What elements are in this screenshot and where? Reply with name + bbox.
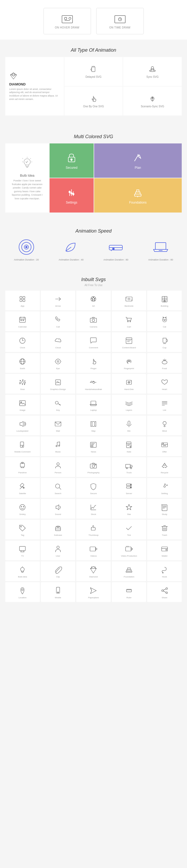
icon-cell-note: Note [112, 436, 146, 456]
banknote-label: Banknote [124, 305, 133, 307]
svg-point-183 [21, 526, 22, 527]
sync-svg-label: Sync SVG [146, 75, 158, 78]
svg-point-167 [130, 487, 131, 488]
svg-rect-50 [155, 243, 166, 249]
bulb-text: Powder I love I love sweet fruitcake app… [10, 179, 44, 200]
key-label: Key [56, 409, 60, 411]
svg-rect-39 [135, 192, 140, 194]
cloud-icon [54, 336, 62, 345]
bulb-title: Bulb Idea [20, 174, 35, 178]
person-icon [54, 461, 62, 470]
app-label: App [21, 305, 24, 307]
svg-point-80 [127, 321, 128, 322]
svg-point-198 [57, 546, 59, 549]
svg-point-101 [21, 381, 24, 383]
fingerprint-icon [125, 357, 133, 366]
tv-icon [18, 545, 27, 553]
calendar-label: Calendar [18, 326, 27, 328]
video-production-label: Video-Production [121, 555, 137, 557]
svg-rect-109 [20, 401, 25, 405]
leaf-icon [62, 238, 81, 256]
mobile-icon [54, 586, 62, 595]
svg-point-169 [20, 505, 25, 510]
search-label: Search [55, 492, 61, 495]
svg-point-166 [130, 484, 131, 485]
news-icon [89, 441, 98, 449]
hook-icon [160, 565, 169, 574]
diamond-label: Diamond [89, 576, 98, 578]
sound-label: Sound [55, 513, 61, 516]
share-icon [160, 586, 169, 595]
recycle-label: Recycle [161, 471, 168, 474]
hard-disk-label: Hard-Disk [124, 388, 134, 391]
icon-cell-hard-disk: Hard-Disk [112, 374, 146, 394]
videos-icon [89, 545, 98, 553]
loudspeaker-icon [18, 420, 27, 428]
videos-label: Videos [90, 555, 97, 557]
mobile-comment-label: Mobile-Comment [14, 451, 31, 453]
svg-rect-215 [127, 569, 131, 571]
icon-cell-calendar: Calendar [5, 311, 40, 331]
svg-marker-200 [95, 548, 97, 550]
svg-point-45 [26, 246, 27, 248]
icon-cell-graphics-design: Graphics-Design [41, 374, 75, 394]
icon-cell-wallet: Wallet [147, 540, 182, 560]
secured-label: Secured [66, 166, 77, 169]
svg-rect-179 [162, 505, 167, 510]
foundations-tile: Foundations [94, 178, 182, 213]
svg-point-170 [21, 506, 22, 507]
one-by-one-svg-cell: One By One SVG [64, 87, 123, 116]
thumbsup-label: Thumbsup [89, 534, 99, 536]
handshaleandhak-icon [89, 378, 98, 386]
scenario-sync-cell: Scenario-Sync SVG [123, 87, 182, 116]
svg-rect-40 [136, 190, 139, 192]
icon-cell-stock: Stock [76, 499, 111, 519]
cup-icon [160, 336, 169, 345]
svg-point-231 [166, 592, 167, 593]
icon-cell-music: Music [41, 436, 75, 456]
stock-label: Stock [91, 513, 96, 516]
time-draw-label: ON TIME DRAW [109, 26, 130, 29]
svg-point-18 [152, 97, 153, 98]
icon-cell-key: Key [41, 395, 75, 414]
svg-marker-221 [90, 588, 96, 593]
clock-label: Clock [20, 346, 25, 349]
icon-cell-location: Location [5, 582, 40, 602]
satelite-icon [18, 482, 27, 491]
gear-icon [18, 378, 27, 386]
gear-label: Gear [20, 388, 25, 391]
svg-point-83 [163, 319, 164, 320]
svg-line-28 [23, 158, 23, 159]
svg-point-168 [163, 486, 165, 487]
content-board-icon [125, 336, 133, 345]
satelite-label: Satelite [19, 492, 26, 495]
svg-point-64 [128, 298, 130, 300]
icon-cell-image: Image [5, 395, 40, 414]
hat-anim-icon [148, 65, 157, 73]
icon-cell-gear: Gear [5, 374, 40, 394]
svg-point-37 [72, 193, 74, 195]
svg-point-229 [166, 588, 167, 589]
building-label: Building [161, 305, 168, 307]
icon-cell-satelite: Satelite [5, 478, 40, 498]
svg-rect-15 [151, 68, 154, 70]
speed-grid: Animation Duration : 20 Animation Durati… [5, 238, 182, 261]
svg-rect-49 [112, 248, 115, 250]
layers-icon [125, 399, 133, 407]
icon-cell-mind: Mind [147, 415, 182, 435]
offer-icon [160, 441, 169, 449]
inbuilt-title: Inbuilt Svgs [5, 272, 182, 284]
svg-rect-199 [90, 547, 96, 551]
building-icon [160, 295, 169, 303]
svg-point-162 [55, 484, 60, 488]
svg-line-173 [92, 507, 94, 508]
top-section: ON HOVER DRAW ON TIME DRAW [0, 0, 187, 39]
note-label: Note [127, 451, 131, 453]
foundation-icon [125, 565, 133, 574]
diamond-svg-icon [9, 72, 18, 80]
secured-tile: Secured [50, 144, 93, 178]
banknote-icon [125, 295, 133, 303]
svg-point-2 [69, 18, 71, 20]
svg-rect-115 [91, 401, 96, 404]
diamond-text: Lorem ipsum dolor sit amet, consectetur … [9, 88, 60, 101]
